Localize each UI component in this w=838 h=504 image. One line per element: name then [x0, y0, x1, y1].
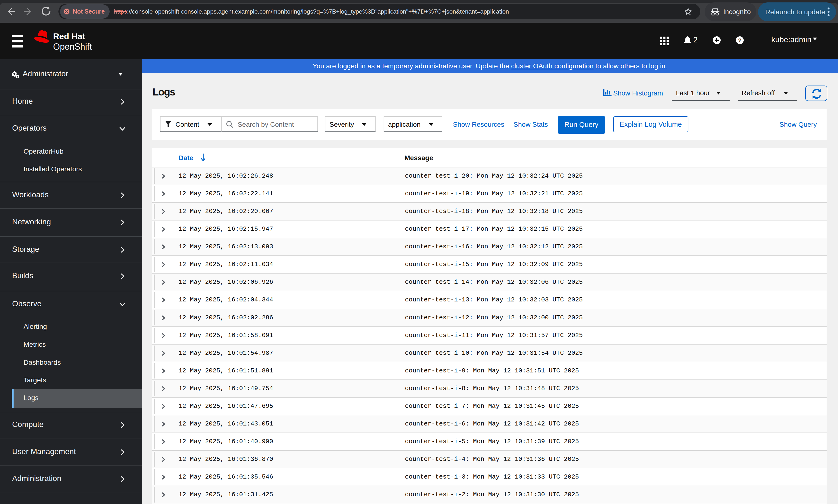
svg-text:?: ? [738, 37, 741, 43]
